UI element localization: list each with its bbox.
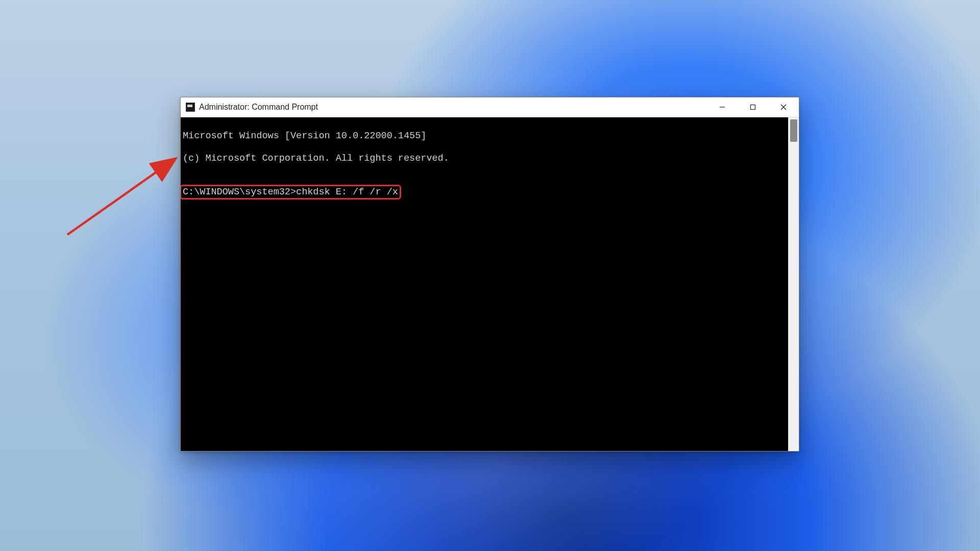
titlebar[interactable]: Administrator: Command Prompt (181, 97, 799, 117)
close-button[interactable] (768, 97, 799, 117)
terminal-line-version: Microsoft Windows [Version 10.0.22000.14… (183, 131, 785, 142)
minimize-button[interactable] (707, 97, 738, 117)
terminal-viewport[interactable]: Microsoft Windows [Version 10.0.22000.14… (181, 117, 788, 451)
vertical-scrollbar[interactable] (788, 117, 799, 451)
close-icon (780, 104, 787, 111)
terminal-line-copyright: (c) Microsoft Corporation. All rights re… (183, 153, 785, 164)
window-title: Administrator: Command Prompt (199, 103, 318, 112)
terminal-content[interactable]: Microsoft Windows [Version 10.0.22000.14… (181, 117, 788, 451)
minimize-icon (719, 104, 726, 111)
window-controls (707, 97, 799, 117)
command-prompt-window: Administrator: Command Prompt Microsoft … (180, 97, 799, 452)
maximize-button[interactable] (738, 97, 768, 117)
maximize-icon (749, 104, 756, 111)
cmd-app-icon (186, 103, 195, 112)
terminal-line-command[interactable]: C:\WINDOWS\system32>chkdsk E: /f /r /x (183, 187, 785, 198)
svg-rect-1 (751, 105, 755, 110)
scrollbar-thumb[interactable] (790, 119, 797, 142)
window-client-area: Microsoft Windows [Version 10.0.22000.14… (181, 117, 799, 451)
